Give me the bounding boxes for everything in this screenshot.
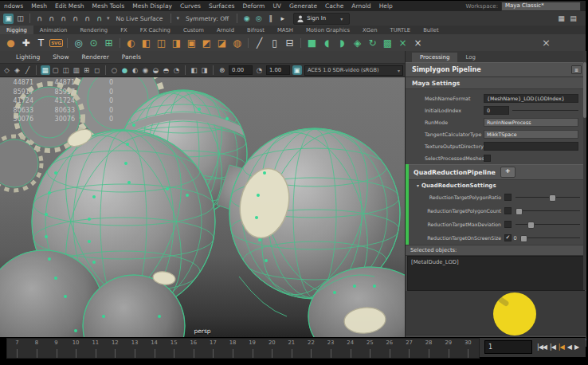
viewport-menu-lighting[interactable]: Lighting [16, 53, 40, 61]
construction-history-icon[interactable]: ◉ [241, 14, 252, 24]
attr-dropdown[interactable]: MikkTSpace [484, 130, 578, 139]
add-pipeline-button[interactable]: + [500, 167, 515, 178]
delete-icon[interactable]: × [411, 36, 425, 49]
snap-curve-icon[interactable]: ∩ [46, 14, 57, 24]
multi-cut-icon[interactable]: ▯ [268, 36, 281, 49]
menu-item-ndows[interactable]: ndows [0, 2, 27, 10]
safe-action-icon[interactable]: ◻ [92, 65, 102, 75]
attr-checkbox[interactable] [484, 155, 491, 162]
remesh-icon[interactable]: ▩ [381, 36, 394, 49]
shelf-tab-fx[interactable]: FX [114, 27, 134, 33]
make-live-icon[interactable]: ∩ [94, 14, 104, 24]
slider-groove[interactable] [515, 197, 580, 198]
shaded-icon[interactable]: ● [120, 65, 130, 75]
workspace-dropdown[interactable]: Maya Classic* [501, 2, 581, 11]
attr-field[interactable] [484, 142, 578, 151]
grid-toggle-icon[interactable]: ▦ [41, 65, 50, 75]
timeline-tick[interactable]: 23 [321, 339, 341, 358]
svg-tool-icon[interactable]: SVG [49, 36, 63, 49]
attr-dropdown[interactable]: RunInNewProcess [484, 118, 578, 127]
xray-icon[interactable]: ◨ [200, 65, 210, 75]
step-back-frame-button[interactable]: |◀ [550, 343, 555, 351]
shelf-tab-xgen[interactable]: XGen [356, 27, 383, 33]
step-back-key-button[interactable]: |◀ [559, 343, 564, 351]
timeline-tick[interactable]: 12 [105, 339, 125, 358]
play-forward-button[interactable]: ▶ [574, 343, 578, 351]
lock-camera-icon[interactable]: ◈ [13, 65, 22, 75]
viewport-menu-panels[interactable]: Panels [122, 53, 141, 61]
menu-item-uv[interactable]: UV [269, 2, 285, 10]
smooth-icon[interactable]: ■ [305, 36, 319, 49]
slider-groove[interactable] [515, 224, 580, 225]
shelf-tab-arnold[interactable]: Arnold [210, 27, 241, 33]
maya-settings-header[interactable]: Maya Settings [406, 77, 586, 89]
outliner-toggle-icon[interactable]: ▤ [568, 14, 578, 24]
shelf-tab-rigging[interactable]: Rigging [0, 26, 33, 34]
shelf-tab-bullet[interactable]: Bullet [417, 27, 445, 33]
timeline-tick[interactable]: 7 [7, 339, 27, 358]
sign-in-button[interactable]: Sign In ▾ [293, 13, 350, 25]
timeline-tick[interactable]: 18 [223, 339, 243, 358]
chevron-down-icon[interactable]: ▾ [176, 15, 179, 22]
shelf-tab-animation[interactable]: Animation [33, 27, 74, 33]
timeline-tick[interactable]: 11 [85, 339, 105, 358]
panel-scrollbar[interactable] [583, 51, 586, 290]
close-icon[interactable]: × [539, 36, 553, 49]
shelf-tab-mash[interactable]: MASH [271, 27, 300, 33]
bridge-icon[interactable]: ◪ [215, 36, 229, 49]
isolate-select-icon[interactable]: ◧ [190, 65, 199, 75]
attr-field[interactable]: {MeshName}_LOD{LODIndex} [484, 94, 578, 103]
attr-value-field[interactable]: 0 [484, 106, 509, 115]
menu-item-mesh-display[interactable]: Mesh Display [128, 2, 176, 10]
menu-item-arnold[interactable]: Arnold [347, 2, 374, 10]
shelf-tab-rendering[interactable]: Rendering [73, 27, 114, 33]
resolution-gate-icon[interactable]: ◫ [61, 65, 71, 75]
menu-item-generate[interactable]: Generate [285, 2, 321, 10]
timeline-tick[interactable]: 27 [399, 339, 419, 358]
use-all-lights-icon[interactable]: ◉ [141, 65, 151, 75]
selected-objects-list[interactable]: [MetalDude_LOD] [407, 256, 585, 291]
menu-item-curves[interactable]: Curves [176, 2, 205, 10]
menu-item-help[interactable]: Help [375, 2, 397, 10]
timeline-tick[interactable]: 26 [380, 339, 400, 358]
exposure-gear-icon[interactable]: ⊛ [218, 65, 227, 75]
timeline-tick[interactable]: 24 [340, 339, 360, 358]
viewport-menu-renderer[interactable]: Renderer [82, 53, 109, 61]
play-backward-button[interactable]: ◀ [567, 343, 571, 351]
type-tool-icon[interactable]: T [34, 36, 48, 49]
retopo-icon[interactable]: ↻ [366, 36, 379, 49]
selected-object-item[interactable]: [MetalDude_LOD] [408, 257, 584, 265]
quad-draw-icon[interactable]: ╱ [253, 36, 266, 49]
timeline-tick[interactable]: 14 [144, 339, 164, 358]
viewport-canvas[interactable]: 4487144871085917859170417244172408063380… [0, 77, 405, 337]
current-frame-field[interactable]: 1 [484, 340, 532, 354]
select-hierarchy-icon[interactable]: ◫ [15, 14, 25, 24]
slider-checkbox[interactable]: ✓ [504, 234, 512, 241]
pivot-tool-icon[interactable]: ◎ [72, 36, 85, 49]
slider-handle[interactable] [549, 194, 556, 202]
timeline-tick[interactable]: 25 [360, 339, 380, 358]
timeline-tick[interactable]: 13 [125, 339, 145, 358]
timeline-tick[interactable]: 21 [282, 339, 302, 358]
film-gate-icon[interactable]: ▢ [51, 65, 61, 75]
timeline-tick[interactable]: 30 [458, 339, 478, 358]
menu-item-deform[interactable]: Deform [238, 2, 269, 10]
shelf-tab-turtle[interactable]: TURTLE [384, 27, 417, 33]
menu-item-mesh-tools[interactable]: Mesh Tools [88, 2, 129, 10]
slider-value[interactable]: 0 [512, 235, 519, 241]
viewport-menu-show[interactable]: Show [53, 53, 69, 61]
target-weld-icon[interactable]: ⊟ [283, 36, 296, 49]
timeline-tick[interactable]: 8 [27, 339, 47, 358]
shelf-tab-custom[interactable]: Custom [177, 27, 210, 33]
pause-icon[interactable]: ‖ [265, 14, 276, 24]
timeline-tick[interactable]: 16 [183, 339, 203, 358]
rotate-handle-icon[interactable]: ◐ [124, 36, 138, 49]
timeline-tick[interactable]: 22 [301, 339, 321, 358]
camera-attrs-icon[interactable]: ╱ [23, 65, 33, 75]
selection-mask-icon[interactable]: ▣ [3, 14, 14, 24]
slider-checkbox[interactable] [504, 221, 512, 228]
slider-checkbox[interactable] [504, 194, 512, 201]
snap-grid-icon[interactable]: ∩ [34, 14, 45, 24]
gate-mask-icon[interactable]: ▥ [72, 65, 81, 75]
timeline-tick[interactable]: 28 [419, 339, 439, 358]
